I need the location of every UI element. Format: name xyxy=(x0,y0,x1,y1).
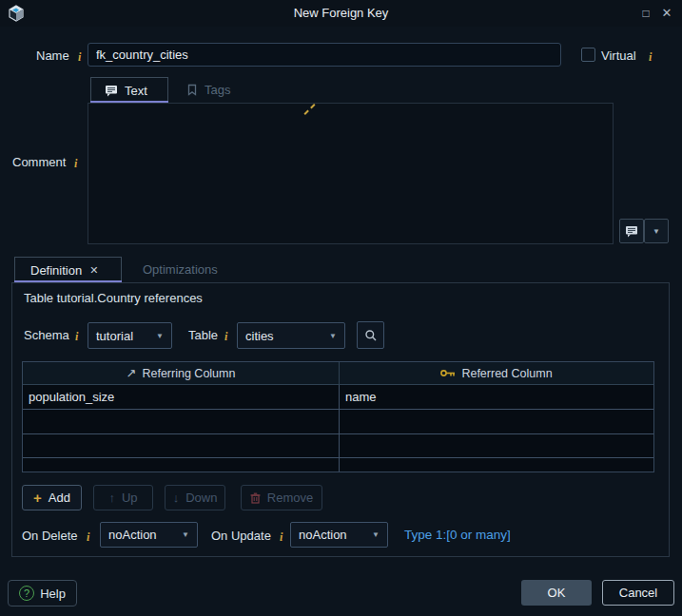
schema-label: Schema xyxy=(24,328,69,342)
chevron-down-icon: ▼ xyxy=(364,530,380,539)
help-button-label: Help xyxy=(40,587,66,601)
tab-text-label: Text xyxy=(125,84,147,98)
referring-column-header-label: Referring Column xyxy=(142,367,235,380)
name-label: Name xyxy=(36,48,69,63)
schema-info-icon[interactable]: i xyxy=(73,330,78,344)
referred-cell[interactable]: name xyxy=(340,385,653,409)
table-row[interactable]: population_size name xyxy=(23,385,653,410)
key-icon xyxy=(440,369,456,377)
chevron-down-icon: ▼ xyxy=(322,332,337,340)
name-input[interactable] xyxy=(88,43,561,67)
chevron-down-icon: ▼ xyxy=(148,332,164,340)
down-button[interactable]: ↓ Down xyxy=(165,485,225,510)
virtual-label[interactable]: Virtual xyxy=(601,48,636,63)
referred-column-header[interactable]: Referred Column xyxy=(340,362,653,384)
trash-icon xyxy=(250,492,261,504)
table-label: Table xyxy=(188,328,218,342)
referring-cell[interactable] xyxy=(23,434,340,457)
tab-tags-label: Tags xyxy=(205,83,230,97)
tab-tags[interactable]: Tags xyxy=(173,77,249,103)
window-title: New Foreign Key xyxy=(0,0,682,27)
down-button-label: Down xyxy=(185,491,217,505)
referred-cell[interactable] xyxy=(340,458,653,472)
close-button[interactable]: ✕ xyxy=(655,0,678,27)
referring-cell[interactable] xyxy=(23,410,340,433)
referred-column-header-label: Referred Column xyxy=(461,367,552,380)
referred-cell[interactable] xyxy=(340,410,653,433)
referred-cell[interactable] xyxy=(340,434,653,457)
comment-bubble-icon xyxy=(105,85,118,97)
tab-optimizations-label: Optimizations xyxy=(143,262,218,277)
virtual-checkbox[interactable] xyxy=(581,48,595,62)
remove-button-label: Remove xyxy=(267,491,313,505)
tab-close-icon[interactable]: ✕ xyxy=(89,264,98,277)
virtual-info-icon[interactable]: i xyxy=(647,50,652,65)
table-header-row: ↗ Referring Column Referred Column xyxy=(23,362,653,385)
plus-icon: + xyxy=(33,490,42,506)
comment-textarea[interactable] xyxy=(88,103,614,244)
search-icon xyxy=(364,329,378,342)
arrow-up-right-icon: ↗ xyxy=(127,366,137,380)
table-select[interactable]: cities ▼ xyxy=(237,322,345,349)
on-delete-value: noAction xyxy=(108,528,157,542)
arrow-up-icon: ↑ xyxy=(108,491,115,505)
add-button-label: Add xyxy=(49,491,70,505)
referring-column-header[interactable]: ↗ Referring Column xyxy=(23,362,340,384)
comment-dropdown-button[interactable]: ▼ xyxy=(644,219,669,243)
schema-select-value: tutorial xyxy=(96,329,133,343)
on-delete-info-icon[interactable]: i xyxy=(85,530,89,545)
referring-cell[interactable]: population_size xyxy=(23,385,340,409)
on-update-value: noAction xyxy=(299,528,347,542)
comment-info-icon[interactable]: i xyxy=(72,157,77,171)
bookmark-icon xyxy=(186,84,198,96)
name-info-icon[interactable]: i xyxy=(76,50,81,65)
cancel-button[interactable]: Cancel xyxy=(602,580,674,606)
tab-definition[interactable]: Definition ✕ xyxy=(14,257,122,282)
help-button[interactable]: ? Help xyxy=(8,580,77,606)
reference-line: Table tutorial.Country references xyxy=(24,291,203,305)
up-button[interactable]: ↑ Up xyxy=(93,485,153,510)
up-button-label: Up xyxy=(122,491,138,505)
table-select-value: cities xyxy=(245,329,274,343)
table-info-icon[interactable]: i xyxy=(223,330,227,344)
tab-optimizations[interactable]: Optimizations xyxy=(127,257,242,282)
column-mapping-table: ↗ Referring Column Referred Column popul… xyxy=(22,361,654,472)
remove-button[interactable]: Remove xyxy=(241,485,322,510)
on-delete-label: On Delete xyxy=(22,529,78,543)
on-update-select[interactable]: noAction ▼ xyxy=(290,522,388,548)
maximize-button[interactable]: □ xyxy=(634,0,657,27)
comment-label: Comment xyxy=(12,155,66,169)
tab-text[interactable]: Text xyxy=(90,77,168,103)
title-bar: New Foreign Key □ ✕ xyxy=(0,0,682,27)
table-row[interactable] xyxy=(23,410,653,434)
browse-table-button[interactable] xyxy=(357,321,384,349)
schema-select[interactable]: tutorial ▼ xyxy=(88,322,172,349)
on-update-label: On Update xyxy=(211,529,271,543)
cardinality-type-hint: Type 1:[0 or many] xyxy=(404,528,511,542)
tab-definition-label: Definition xyxy=(30,263,82,278)
table-row[interactable] xyxy=(23,434,653,458)
chevron-down-icon: ▼ xyxy=(174,530,189,539)
comment-preview-button[interactable] xyxy=(619,219,644,243)
new-foreign-key-dialog: New Foreign Key □ ✕ Name i Virtual i Tex… xyxy=(0,0,682,616)
add-button[interactable]: + Add xyxy=(22,485,82,510)
comment-bubble-icon xyxy=(625,225,638,238)
help-question-icon: ? xyxy=(19,586,34,601)
table-row[interactable] xyxy=(23,458,653,472)
on-delete-select[interactable]: noAction ▼ xyxy=(100,522,198,548)
on-update-info-icon[interactable]: i xyxy=(278,530,283,545)
arrow-down-icon: ↓ xyxy=(173,491,180,505)
ok-button[interactable]: OK xyxy=(521,580,592,606)
chevron-down-icon: ▼ xyxy=(653,227,660,236)
referring-cell[interactable] xyxy=(23,458,340,472)
